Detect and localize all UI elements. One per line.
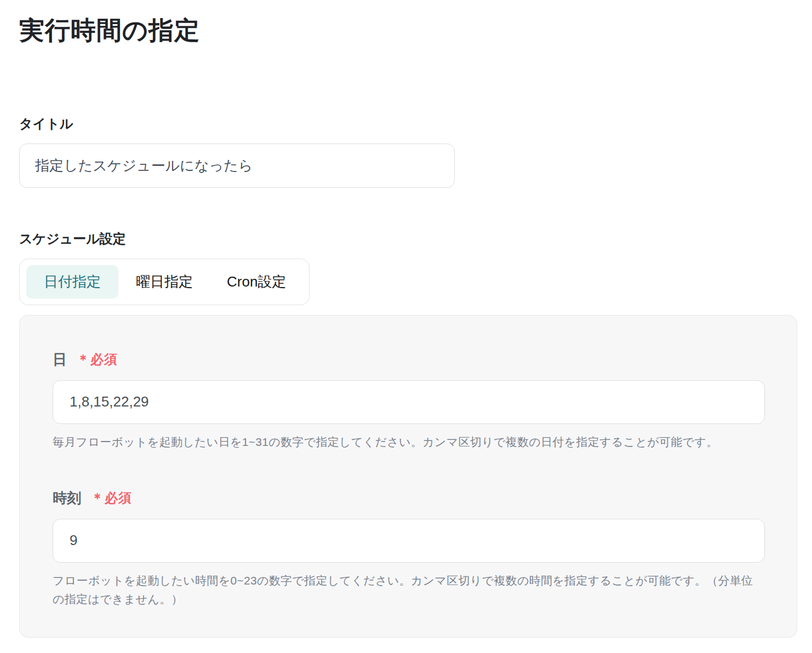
schedule-settings-section: スケジュール設定 日付指定 曜日指定 Cron設定 日 ＊必須 毎月フローボット… [19, 229, 797, 638]
time-help-text: フローボットを起動したい時間を0~23の数字で指定してください。カンマ区切りで複… [53, 571, 765, 609]
time-label-row: 時刻 ＊必須 [53, 488, 764, 508]
day-field-group: 日 ＊必須 毎月フローボットを起動したい日を1~31の数字で指定してください。カ… [53, 350, 764, 452]
day-required-badge: ＊必須 [77, 350, 118, 369]
day-input[interactable] [53, 380, 765, 424]
schedule-type-tabs: 日付指定 曜日指定 Cron設定 [19, 259, 310, 305]
time-field-group: 時刻 ＊必須 フローボットを起動したい時間を0~23の数字で指定してください。カ… [53, 488, 764, 609]
tab-weekday-designation[interactable]: 曜日指定 [119, 265, 209, 299]
title-input[interactable] [19, 144, 455, 188]
day-label-row: 日 ＊必須 [53, 350, 764, 369]
day-label: 日 [53, 350, 67, 369]
schedule-settings-label: スケジュール設定 [19, 229, 797, 249]
time-label: 時刻 [53, 488, 81, 508]
tab-cron-settings[interactable]: Cron設定 [210, 265, 302, 299]
time-required-badge: ＊必須 [91, 488, 132, 508]
time-input[interactable] [53, 519, 765, 563]
title-field-group: タイトル [19, 114, 797, 188]
tab-date-designation[interactable]: 日付指定 [26, 265, 118, 299]
title-label: タイトル [19, 114, 797, 134]
page-title: 実行時間の指定 [19, 14, 797, 47]
day-help-text: 毎月フローボットを起動したい日を1~31の数字で指定してください。カンマ区切りで… [53, 433, 765, 452]
date-settings-panel: 日 ＊必須 毎月フローボットを起動したい日を1~31の数字で指定してください。カ… [19, 315, 797, 638]
execution-time-page: 実行時間の指定 タイトル スケジュール設定 日付指定 曜日指定 Cron設定 日… [0, 0, 812, 653]
